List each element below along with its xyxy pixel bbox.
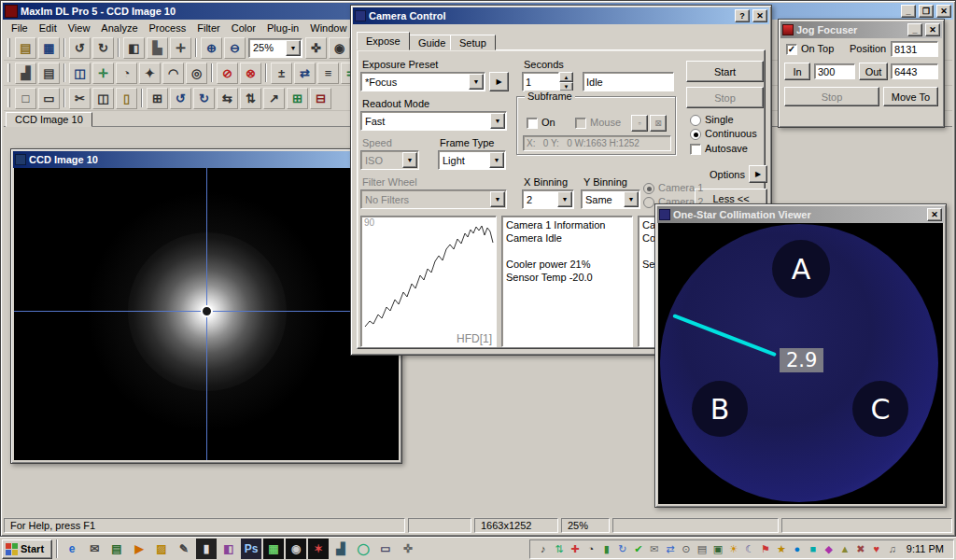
camera-control-titlebar[interactable]: Camera Control ? ✕ xyxy=(353,7,769,24)
close-icon[interactable]: ✕ xyxy=(927,208,942,221)
menu-filter[interactable]: Filter xyxy=(191,21,225,35)
menu-analyze[interactable]: Analyze xyxy=(95,21,143,35)
network-icon[interactable]: ⇅ xyxy=(552,541,567,556)
crop-icon[interactable]: ⊞ xyxy=(147,88,168,109)
on-top-checkbox[interactable]: ✓ xyxy=(786,44,797,55)
save-icon[interactable]: ▦ xyxy=(38,37,60,59)
increment-field[interactable]: 300 xyxy=(814,63,855,79)
undo-icon[interactable]: ↺ xyxy=(69,37,91,59)
status-dot-icon[interactable]: ● xyxy=(790,541,805,556)
copy-icon[interactable]: ◫ xyxy=(92,88,114,109)
display-icon[interactable]: ▣ xyxy=(710,541,725,556)
paint-icon[interactable]: ◧ xyxy=(218,539,239,559)
notepad-icon[interactable]: ✎ xyxy=(174,539,194,559)
menu-process[interactable]: Process xyxy=(144,21,192,35)
zoom-in-icon[interactable]: ⊕ xyxy=(201,37,222,59)
update-icon[interactable]: ↻ xyxy=(615,541,630,556)
dome-icon[interactable]: ◠ xyxy=(162,63,184,84)
maximize-icon[interactable]: ❐ xyxy=(919,5,934,18)
taskbar-clock[interactable]: 9:11 PM xyxy=(901,543,948,554)
zoom-out-icon[interactable]: ⊖ xyxy=(224,37,246,59)
filter-wheel-icon[interactable]: ◔ xyxy=(116,63,137,84)
toolbar-grip-icon[interactable] xyxy=(7,89,10,107)
close-app-icon[interactable]: ✖ xyxy=(853,541,868,556)
sync-icon[interactable]: ⇄ xyxy=(663,541,678,556)
menu-view[interactable]: View xyxy=(63,21,96,35)
target-position-field[interactable]: 6443 xyxy=(891,63,938,79)
guide-icon[interactable]: ✛ xyxy=(92,63,114,84)
x-binning-combo[interactable]: 2 ▼ xyxy=(522,189,574,209)
options-menu-button[interactable]: ▶ xyxy=(749,165,767,183)
subframe-on-checkbox[interactable] xyxy=(527,118,538,129)
printer-icon[interactable]: ▤ xyxy=(695,541,710,556)
tools-icon[interactable]: ✜ xyxy=(398,539,418,559)
scheduler-icon[interactable]: ◔ xyxy=(583,541,598,556)
menu-file[interactable]: File xyxy=(6,21,34,35)
alert-icon[interactable]: ⚑ xyxy=(758,541,773,556)
chart-icon[interactable]: ▟ xyxy=(330,539,351,559)
continuous-radio[interactable] xyxy=(690,129,701,140)
moon-icon[interactable]: ☾ xyxy=(742,541,757,556)
tab-expose[interactable]: Expose xyxy=(357,32,410,50)
app1-icon[interactable]: ■ xyxy=(806,541,821,556)
app3-icon[interactable]: ▲ xyxy=(837,541,852,556)
antivirus-icon[interactable]: ✚ xyxy=(568,541,583,556)
chevron-down-icon[interactable]: ▼ xyxy=(557,191,572,207)
weather-icon[interactable]: ☀ xyxy=(726,541,741,556)
image-viewer-icon[interactable]: ▦ xyxy=(263,539,284,559)
media-player-icon[interactable]: ▶ xyxy=(129,539,149,559)
move-to-button[interactable]: Move To xyxy=(883,87,938,106)
menu-plug-in[interactable]: Plug-in xyxy=(261,21,304,35)
resize-icon[interactable]: ↗ xyxy=(263,88,285,109)
menu-color[interactable]: Color xyxy=(226,21,261,35)
tab-setup[interactable]: Setup xyxy=(450,35,496,50)
toolbar-grip-icon[interactable] xyxy=(7,63,10,82)
collimation-titlebar[interactable]: One-Star Collimation Viewer ✕ xyxy=(657,206,944,223)
folder-icon[interactable]: ▨ xyxy=(151,539,172,559)
health-icon[interactable]: ♥ xyxy=(869,541,884,556)
rotate-right-icon[interactable]: ↻ xyxy=(193,88,215,109)
start-button[interactable]: Start xyxy=(686,61,764,82)
minimize-icon[interactable]: _ xyxy=(907,23,922,36)
message-icon[interactable]: ✉ xyxy=(647,541,662,556)
chevron-down-icon[interactable]: ▼ xyxy=(624,191,639,207)
usb-icon[interactable]: ⊙ xyxy=(679,541,694,556)
pan-icon[interactable]: ✜ xyxy=(305,37,327,59)
photoshop-icon[interactable]: Ps xyxy=(241,539,261,559)
single-radio[interactable] xyxy=(690,115,701,126)
half-size-icon[interactable]: ⊟ xyxy=(310,88,331,109)
cut-icon[interactable]: ✂ xyxy=(69,88,91,109)
histogram-icon[interactable]: ▙ xyxy=(147,37,168,59)
crosshair-icon[interactable]: ✛ xyxy=(170,37,191,59)
chevron-down-icon[interactable]: ▼ xyxy=(489,152,504,168)
new-icon[interactable]: □ xyxy=(15,88,36,109)
jog-focuser-titlebar[interactable]: Jog Focuser _ ✕ xyxy=(780,21,942,38)
redo-icon[interactable]: ↻ xyxy=(92,37,114,59)
pixel-math-icon[interactable]: ± xyxy=(271,63,292,84)
double-size-icon[interactable]: ⊞ xyxy=(287,88,308,109)
globe-icon[interactable]: ◯ xyxy=(353,539,373,559)
shield-icon[interactable]: ✔ xyxy=(631,541,646,556)
ie-icon[interactable]: e xyxy=(62,539,82,559)
mail-icon[interactable]: ✉ xyxy=(84,539,105,559)
stack-icon[interactable]: ≡ xyxy=(317,63,339,84)
music-icon[interactable]: ♫ xyxy=(885,541,900,556)
zoom-combo[interactable]: 25% ▼ xyxy=(248,38,302,58)
maxim-icon[interactable]: ✶ xyxy=(308,539,329,559)
document-tab-ccd-image-10[interactable]: CCD Image 10 xyxy=(6,112,92,127)
capture-icon[interactable]: ◉ xyxy=(286,539,306,559)
close-icon[interactable]: ✕ xyxy=(936,5,951,18)
window-icon[interactable]: ▭ xyxy=(375,539,396,559)
camera-control-icon[interactable]: ◫ xyxy=(69,63,91,84)
chevron-down-icon[interactable]: ▼ xyxy=(286,40,301,56)
app2-icon[interactable]: ◆ xyxy=(822,541,836,556)
seconds-up-icon[interactable]: ▲ xyxy=(559,72,573,82)
show-desktop-icon[interactable]: ▤ xyxy=(106,539,127,559)
align-icon[interactable]: ⇄ xyxy=(294,63,316,84)
abort-icon[interactable]: ⊗ xyxy=(240,63,261,84)
screen-stretch-icon[interactable]: ◧ xyxy=(123,37,145,59)
telescope-icon[interactable]: ✦ xyxy=(139,63,161,84)
jog-in-button[interactable]: In xyxy=(784,63,810,80)
chevron-down-icon[interactable]: ▼ xyxy=(469,74,484,90)
flip-vertical-icon[interactable]: ⇅ xyxy=(240,88,261,109)
